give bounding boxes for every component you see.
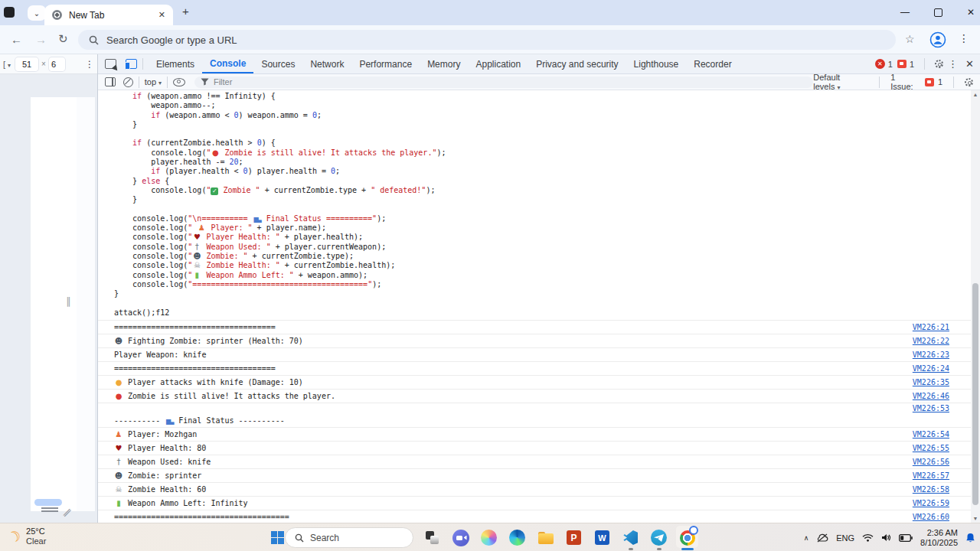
devtools-tab-performance[interactable]: Performance — [351, 54, 420, 73]
window-restore-button[interactable] — [921, 0, 955, 24]
word-taskbar-button[interactable] — [588, 523, 616, 551]
new-tab-button[interactable]: + — [182, 5, 189, 18]
wifi-icon[interactable] — [862, 533, 874, 542]
address-bar[interactable]: Search Google or type a URL — [78, 30, 896, 50]
filter-placeholder: Filter — [214, 77, 232, 86]
customize-chrome-pill[interactable] — [34, 499, 62, 506]
devtools-tab-sources[interactable]: Sources — [253, 54, 302, 73]
battery-low-icon[interactable] — [899, 534, 913, 542]
error-badge-icon[interactable]: ✕ — [875, 59, 885, 69]
window-close-button[interactable]: ✕ — [954, 0, 980, 24]
filter-funnel-icon — [201, 78, 209, 86]
log-message: ♥ Player Health: 80 — [114, 442, 905, 455]
emoji-icon: † — [114, 455, 123, 468]
console-filter-input[interactable]: Filter — [194, 77, 813, 88]
source-location-link[interactable]: VM226:55 — [913, 442, 949, 455]
taskbar-weather-widget[interactable]: ☽ 25°C Clear — [8, 527, 46, 546]
chat-taskbar-button[interactable] — [446, 523, 475, 551]
copilot-taskbar-button[interactable] — [475, 523, 503, 551]
source-location-link[interactable]: VM226:60 — [913, 510, 949, 523]
device-options-menu-icon[interactable]: ⋮ — [85, 59, 94, 70]
source-location-link[interactable]: VM226:21 — [913, 321, 949, 334]
profile-avatar[interactable] — [929, 31, 946, 51]
devtools-menu-icon[interactable]: ⋮ — [948, 58, 958, 70]
devtools-tab-lighthouse[interactable]: Lighthouse — [626, 54, 687, 73]
volume-icon[interactable] — [881, 533, 891, 542]
scrollbar-thumb[interactable] — [972, 283, 978, 505]
source-location-link[interactable]: VM226:53 — [913, 403, 949, 414]
clock[interactable]: 2:36 AM 8/10/2025 — [920, 528, 958, 548]
source-location-link[interactable]: VM226:54 — [913, 428, 949, 441]
scroll-down-arrow-icon[interactable]: ▼ — [971, 516, 980, 521]
source-location-link[interactable]: VM226:23 — [913, 348, 949, 361]
source-location-link[interactable]: VM226:57 — [913, 469, 949, 482]
code-line: } — [114, 289, 971, 298]
source-location-link[interactable]: VM226:59 — [913, 497, 949, 510]
inspect-element-icon[interactable] — [105, 59, 116, 69]
devtools-tab-memory[interactable]: Memory — [420, 54, 468, 73]
source-location-link[interactable]: VM226:56 — [913, 455, 949, 468]
start-button-icon[interactable] — [271, 531, 277, 537]
devtools-tab-network[interactable]: Network — [302, 54, 351, 73]
devtools-tab-application[interactable]: Application — [468, 54, 528, 73]
devtools-close-icon[interactable]: ✕ — [965, 58, 974, 70]
devtools-tab-privacy-and-security[interactable]: Privacy and security — [528, 54, 626, 73]
code-line — [114, 129, 971, 139]
bookmark-star-icon[interactable]: ☆ — [905, 33, 915, 45]
viewport-resize-handle-bottom[interactable] — [41, 507, 58, 512]
file-explorer-taskbar-button[interactable] — [531, 523, 560, 551]
log-levels-dropdown[interactable]: Default levels▾ — [813, 73, 868, 91]
source-location-link[interactable]: VM226:24 — [913, 362, 949, 375]
chrome-taskbar-button[interactable] — [673, 523, 701, 551]
execution-context-selector[interactable]: top▾ — [145, 77, 162, 86]
source-location-link[interactable]: VM226:22 — [913, 334, 949, 347]
window-minimize-button[interactable]: — — [888, 0, 922, 24]
issue-badge-icon[interactable] — [925, 78, 934, 86]
devtools-tab-recorder[interactable]: Recorder — [686, 54, 739, 73]
console-log-row: ● Zombie is still alive! It attacks the … — [98, 390, 971, 403]
message-badge-icon[interactable] — [897, 60, 906, 68]
browser-menu-icon[interactable]: ⋮ — [959, 32, 969, 44]
edge-taskbar-button[interactable] — [503, 523, 531, 551]
source-location-link[interactable]: VM226:58 — [913, 483, 949, 496]
viewport-height-input[interactable]: 6 — [49, 57, 65, 71]
console-log-row: ● Player attacks with knife (Damage: 10)… — [98, 376, 971, 390]
back-button[interactable]: ← — [11, 33, 22, 46]
divider — [142, 58, 143, 70]
task-view-taskbar-button[interactable] — [418, 523, 446, 551]
viewport-width-input[interactable]: 51 — [15, 57, 38, 71]
console-settings-gear-icon[interactable] — [965, 78, 973, 86]
device-toolbar-toggle-icon[interactable] — [126, 59, 137, 69]
devtools-tab-console[interactable]: Console — [202, 54, 253, 73]
clear-console-icon[interactable] — [123, 77, 133, 87]
source-location-link[interactable]: VM226:46 — [913, 390, 949, 403]
device-type-dropdown[interactable]: [▾ — [3, 60, 11, 69]
hidden-icons-chevron[interactable]: ∧ — [804, 534, 809, 542]
live-expression-eye-icon[interactable] — [173, 78, 185, 86]
onedrive-paused-icon[interactable] — [816, 533, 828, 543]
issues-link[interactable]: 1 Issue: — [890, 73, 920, 91]
tab-search-chevron-icon[interactable]: ⌄ — [28, 5, 46, 21]
scroll-up-arrow-icon[interactable]: ▲ — [971, 92, 980, 97]
taskbar-search-box[interactable]: Search — [285, 527, 413, 548]
telegram-taskbar-button[interactable] — [645, 523, 673, 551]
forward-button[interactable]: → — [35, 33, 47, 46]
console-sidebar-icon[interactable] — [105, 77, 116, 86]
devtools-tab-elements[interactable]: Elements — [149, 54, 202, 73]
log-message: ☻ Zombie: sprinter — [114, 469, 905, 482]
viewport-resize-handle-right[interactable]: ∥ — [66, 295, 72, 307]
devtools-settings-gear-icon[interactable] — [935, 60, 943, 68]
taskbar-center: Search — [268, 523, 701, 551]
tab-close-icon[interactable]: ✕ — [158, 10, 165, 20]
emoji-icon: ● — [211, 148, 220, 158]
code-line: player.health -= 20; — [114, 158, 971, 167]
browser-tab[interactable]: New Tab ✕ — [44, 5, 173, 25]
vscode-taskbar-button[interactable] — [616, 523, 645, 551]
notification-bell-icon[interactable] — [965, 533, 975, 543]
weather-description: Clear — [26, 536, 46, 546]
source-location-link[interactable]: VM226:35 — [913, 376, 949, 389]
language-indicator[interactable]: ENG — [836, 533, 854, 543]
console-scrollbar[interactable]: ▲ ▼ — [971, 90, 980, 523]
powerpoint-taskbar-button[interactable] — [560, 523, 588, 551]
reload-button[interactable]: ↻ — [58, 32, 68, 46]
